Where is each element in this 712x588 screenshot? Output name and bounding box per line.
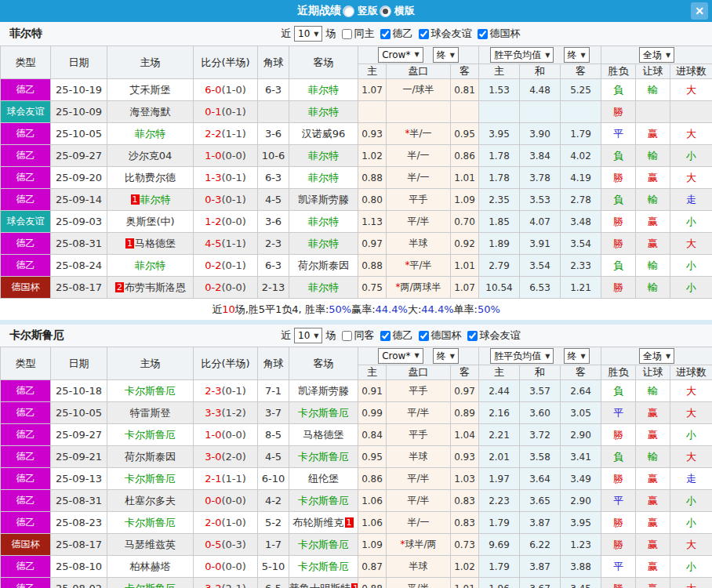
recent-count-select[interactable]: 10▼ (294, 26, 322, 42)
home-odds: 1.13 (358, 211, 387, 233)
red-card-badge: 1 (131, 194, 140, 205)
changed-line-star: * (405, 260, 409, 270)
away-team: 凯泽斯劳滕 (289, 189, 358, 211)
result-goals: 小 (670, 145, 712, 167)
home-odds: 1.06 (358, 512, 387, 534)
avg-home-odds: 9.69 (479, 534, 520, 556)
league-checkbox-friendly[interactable] (419, 29, 429, 39)
same-venue-label[interactable]: 同客 (354, 328, 374, 343)
result-wdl: 負 (601, 145, 636, 167)
score: 3-3(1-2) (194, 402, 258, 424)
home-odds: 1.09 (358, 534, 387, 556)
avg-away-odds: 3.95 (561, 512, 601, 534)
league-checkbox-bundesliga2[interactable] (380, 331, 391, 341)
home-team: 卡尔斯鲁厄 (107, 578, 194, 588)
summary-text: 场,胜5平1负4, 胜率: (235, 303, 329, 317)
result-handicap: 輸 (636, 446, 670, 468)
away-team: 卡尔斯鲁厄 (289, 402, 358, 424)
league-checkbox-cup[interactable] (419, 331, 429, 341)
away-team: 布轮斯维克1 (289, 512, 358, 534)
horizontal-layout-label[interactable]: 横版 (394, 4, 415, 18)
vertical-layout-radio[interactable] (343, 5, 354, 17)
summary-text: 单率: (454, 303, 478, 317)
full-match-select[interactable]: 全场▼ (639, 47, 674, 63)
avg-home-odds: 10.54 (479, 277, 520, 299)
away-team: 菲尔特 (289, 79, 358, 101)
vertical-layout-label[interactable]: 竖版 (358, 4, 378, 18)
stage-select[interactable]: 终▼ (564, 47, 590, 63)
avg-home-odds: 1.85 (479, 211, 520, 233)
stage-select[interactable]: 终▼ (564, 348, 590, 364)
match-row: 德乙25-10-18卡尔斯鲁厄2-3(0-1)7-1凯泽斯劳滕0.91平手0.9… (1, 380, 712, 402)
score: 0-5(0-3) (194, 534, 258, 556)
away-team: 纽伦堡 (289, 468, 358, 490)
result-wdl: 勝 (601, 534, 636, 556)
league-label[interactable]: 球会友谊 (430, 27, 471, 41)
handicap-line: *球半/两 (387, 534, 451, 556)
result-handicap: 赢 (636, 534, 670, 556)
away-team: 菲尔特 (289, 233, 358, 255)
away-odds: 1.04 (451, 424, 479, 446)
avg-draw-odds: 6.22 (520, 534, 561, 556)
sub-header-handicap-result: 让球 (636, 64, 670, 79)
avg-away-odds: 3.88 (561, 556, 601, 578)
corner-count: 6-3 (258, 79, 289, 101)
stage-select[interactable]: 终▼ (433, 47, 459, 63)
match-date: 25-10-19 (51, 79, 107, 101)
league-checkbox-cup[interactable] (478, 29, 488, 39)
matches-table: 类型 日期 主场 比分(半场) 角球 客场 Crow*▼ 终▼ 胜平负均值▼ 终… (0, 45, 712, 299)
match-date: 25-09-03 (51, 211, 107, 233)
sub-header-avg-draw: 和 (520, 64, 561, 79)
col-header-type: 类型 (1, 46, 51, 79)
red-card-badge: 1 (345, 517, 354, 528)
home-odds: 0.87 (358, 556, 387, 578)
same-venue-checkbox[interactable] (342, 29, 352, 39)
league-label[interactable]: 球会友谊 (479, 328, 520, 343)
sub-header-avg-draw: 和 (520, 365, 561, 380)
league-label[interactable]: 德国杯 (430, 328, 461, 343)
result-goals: 大 (670, 402, 712, 424)
close-button[interactable]: ✕ (691, 2, 708, 20)
horizontal-layout-radio[interactable] (380, 5, 391, 17)
league-label[interactable]: 德乙 (392, 27, 412, 41)
match-row: 德乙25-08-24菲尔特0-2(0-1)6-3荷尔斯泰因0.88*平/半1.0… (1, 255, 712, 277)
wdl-average-select[interactable]: 胜平负均值▼ (490, 348, 554, 364)
result-goals: 走 (670, 189, 712, 211)
league-label[interactable]: 德国杯 (489, 27, 520, 41)
result-goals: 大 (670, 446, 712, 468)
league-type-badge: 德国杯 (1, 277, 51, 299)
summary-text: 50% (478, 303, 500, 315)
league-label[interactable]: 德乙 (392, 328, 412, 343)
handicap-line: 半/一 (387, 167, 451, 189)
bookmaker-select[interactable]: Crow*▼ (378, 348, 423, 364)
avg-home-odds: 1.53 (479, 79, 520, 101)
league-checkbox-bundesliga2[interactable] (380, 29, 391, 39)
result-handicap: 赢 (636, 402, 670, 424)
wdl-average-select[interactable]: 胜平负均值▼ (490, 47, 554, 63)
avg-draw-odds: 3.60 (520, 402, 561, 424)
match-row: 德乙25-08-311马格德堡4-5(1-1)2-3菲尔特0.97半球0.921… (1, 233, 712, 255)
away-odds: 0.93 (451, 446, 479, 468)
result-wdl: 負 (601, 79, 636, 101)
same-venue-label[interactable]: 同主 (354, 27, 374, 41)
col-header-corner: 角球 (258, 46, 289, 79)
match-date: 25-08-31 (51, 490, 107, 512)
window-title: 近期战绩 (297, 4, 341, 18)
bookmaker-select[interactable]: Crow*▼ (378, 47, 423, 63)
avg-draw-odds: 3.58 (520, 446, 561, 468)
away-odds: 0.83 (451, 490, 479, 512)
home-odds: 0.80 (358, 189, 387, 211)
stage-select[interactable]: 终▼ (433, 348, 459, 364)
match-rows: 德乙25-10-19艾禾斯堡6-0(1-0)6-3菲尔特1.07一/球半0.81… (1, 79, 712, 299)
same-venue-checkbox[interactable] (342, 331, 352, 341)
col-header-home: 主场 (107, 46, 194, 79)
away-team: 菲尔特 (289, 211, 358, 233)
result-handicap: 輸 (636, 380, 670, 402)
result-handicap: 赢 (636, 167, 670, 189)
full-match-select[interactable]: 全场▼ (639, 348, 674, 364)
league-type-badge: 德乙 (1, 402, 51, 424)
recent-count-select[interactable]: 10▼ (294, 328, 322, 343)
handicap-line: 平/半 (387, 578, 451, 588)
match-date: 25-10-09 (51, 101, 107, 123)
league-checkbox-friendly[interactable] (467, 331, 478, 341)
